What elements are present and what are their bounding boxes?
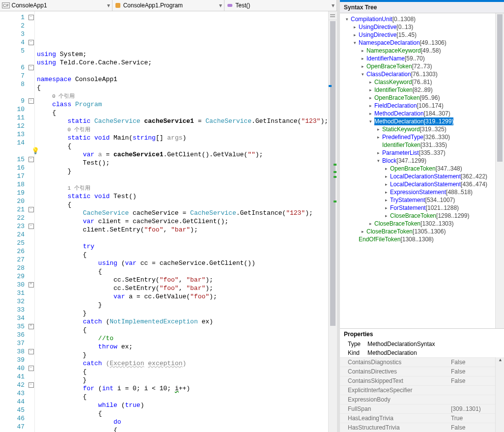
tree-twisty[interactable]: ▸ xyxy=(352,31,359,39)
property-row[interactable]: HasLeadingTriviaTrue xyxy=(340,413,495,423)
property-row[interactable]: FullSpan[309..1301) xyxy=(340,404,495,413)
syntax-tree[interactable]: ▾CompilationUnit [0..1308)▸UsingDirectiv… xyxy=(340,13,495,328)
tree-twisty[interactable]: ▾ xyxy=(352,39,359,47)
code-line[interactable] xyxy=(37,175,328,184)
property-row[interactable]: ExplicitInterfaceSpecifier xyxy=(340,385,495,395)
tree-node[interactable]: ▸UsingDirective [15..45) xyxy=(340,31,495,39)
tree-node[interactable]: ▸OpenBraceToken [95..96) xyxy=(340,94,495,102)
scrollbar-thumb[interactable] xyxy=(330,21,336,326)
code-line[interactable]: { xyxy=(37,251,328,259)
tree-twisty[interactable]: ▸ xyxy=(367,220,374,228)
tree-node[interactable]: ▸ForStatement [1021..1288) xyxy=(340,204,495,212)
tree-node[interactable]: ▾NamespaceDeclaration [49..1306) xyxy=(340,39,495,47)
code-line[interactable]: var a = cc.GetValue("foo"); xyxy=(37,292,328,301)
tree-node[interactable]: ▸FieldDeclaration [106..174) xyxy=(340,102,495,110)
tree-node[interactable]: ▸ParameterList [335..337) xyxy=(340,149,495,157)
tree-node[interactable]: ▾CompilationUnit [0..1308) xyxy=(340,15,495,23)
property-row[interactable]: ExpressionBody xyxy=(340,395,495,404)
code-line[interactable]: static void Main(string[] args) xyxy=(37,134,328,142)
tree-node[interactable]: ▸ClassKeyword [76..81) xyxy=(340,78,495,86)
tree-node[interactable]: ▾Block [347..1299) xyxy=(340,157,495,165)
code-line[interactable]: Test(); xyxy=(37,159,328,167)
tree-node[interactable]: ▸LocalDeclarationStatement [436..474) xyxy=(340,180,495,188)
tree-twisty[interactable]: ▸ xyxy=(360,228,366,235)
tree-twisty[interactable]: ▾ xyxy=(367,117,374,125)
split-icon[interactable] xyxy=(329,11,337,20)
tree-node[interactable]: ▾ClassDeclaration [76..1303) xyxy=(340,70,495,78)
code-line[interactable]: { xyxy=(37,326,328,334)
code-line[interactable]: { xyxy=(37,368,328,376)
props-scrollbar[interactable]: ▲ xyxy=(495,357,504,432)
code-line[interactable]: try xyxy=(37,242,328,251)
code-line[interactable]: cc.SetEntry("foo", "bar"); xyxy=(37,284,328,292)
tree-node[interactable]: ▸MethodDeclaration [184..307) xyxy=(340,110,495,117)
fold-toggle[interactable]: - xyxy=(28,15,34,20)
code-line[interactable]: var client = cacheService.GetClient(); xyxy=(37,217,328,226)
tree-twisty[interactable]: ▸ xyxy=(352,23,359,31)
tree-node[interactable]: ▸CloseBraceToken [1305..1306) xyxy=(340,228,495,235)
tree-node[interactable]: ▸StaticKeyword [319..325) xyxy=(340,125,495,133)
code-line[interactable]: var a = cacheService1.GetClient().GetVal… xyxy=(37,150,328,159)
tree-twisty[interactable]: ▸ xyxy=(367,86,374,94)
tree-twisty[interactable]: ▸ xyxy=(360,55,366,62)
tree-twisty[interactable]: ▾ xyxy=(344,15,351,23)
code-line[interactable]: { xyxy=(37,426,328,432)
code-line[interactable]: using Teld.Core.Cache.Service; xyxy=(37,58,328,67)
code-line[interactable]: throw ex; xyxy=(37,343,328,351)
code-line[interactable]: namespace ConsoleApp1 xyxy=(37,75,328,84)
tree-twisty[interactable]: ▸ xyxy=(383,180,390,188)
code-line[interactable]: } xyxy=(37,376,328,384)
code-line[interactable]: { xyxy=(37,267,328,276)
code-line[interactable]: } xyxy=(37,301,328,309)
code-line[interactable]: do xyxy=(37,418,328,426)
code-line[interactable] xyxy=(37,234,328,242)
tree-node[interactable]: ▸TryStatement [534..1007) xyxy=(340,196,495,204)
code-line[interactable]: catch (Exception exception) xyxy=(37,359,328,368)
code-line[interactable]: { xyxy=(37,109,328,117)
tree-twisty[interactable]: ▾ xyxy=(360,70,366,78)
fold-toggle[interactable]: - xyxy=(28,98,34,104)
tree-node[interactable]: ▸CloseBraceToken [1302..1303) xyxy=(340,220,495,228)
code-line[interactable]: 0 个引用 xyxy=(37,92,328,100)
tree-twisty[interactable]: ▸ xyxy=(375,133,382,141)
code-line[interactable]: { xyxy=(37,84,328,92)
tree-twisty[interactable]: ▸ xyxy=(360,47,366,55)
code-line[interactable]: client.SetEntry("foo", "bar"); xyxy=(37,226,328,234)
tree-node[interactable]: ▸OpenBraceToken [347..348) xyxy=(340,165,495,173)
tree-node[interactable]: ▸OpenBraceToken [72..73) xyxy=(340,62,495,70)
tree-twisty[interactable]: ▸ xyxy=(383,196,390,204)
code-line[interactable]: } xyxy=(37,167,328,175)
property-row[interactable]: ContainsSkippedTextFalse xyxy=(340,376,495,385)
fold-toggle[interactable]: - xyxy=(28,207,34,212)
fold-toggle[interactable]: - xyxy=(28,382,34,388)
tree-node[interactable]: ▸IdentifierToken [82..89) xyxy=(340,86,495,94)
code-line[interactable]: cc.SetEntry("foo", "bar"); xyxy=(37,276,328,284)
tree-node[interactable]: ▸CloseBraceToken [1298..1299) xyxy=(340,212,495,220)
tree-node[interactable]: ▸IdentifierName [59..70) xyxy=(340,55,495,62)
tree-node[interactable]: ▸UsingDirective [0..13) xyxy=(340,23,495,31)
tree-twisty[interactable]: ▸ xyxy=(367,102,374,110)
code-line[interactable] xyxy=(37,67,328,75)
code-line[interactable]: { xyxy=(37,142,328,150)
tree-node[interactable]: ▸LocalDeclarationStatement [362..422) xyxy=(340,173,495,180)
tree-node[interactable]: ▸ExpressionStatement [488..518) xyxy=(340,188,495,196)
scrollbar-thumb[interactable] xyxy=(497,14,503,162)
property-row[interactable]: HasStructuredTriviaFalse xyxy=(340,423,495,432)
property-row[interactable]: ContainsDirectivesFalse xyxy=(340,367,495,376)
tree-twisty[interactable]: ▸ xyxy=(367,78,374,86)
property-row[interactable]: ContainsDiagnosticsFalse xyxy=(340,357,495,367)
fold-toggle[interactable]: - xyxy=(28,349,34,354)
tree-twisty[interactable]: ▸ xyxy=(367,94,374,102)
method-dropdown[interactable]: Test() ▾ xyxy=(224,0,337,11)
code-area[interactable]: 💡 using System;using Teld.Core.Cache.Ser… xyxy=(35,11,328,432)
tree-twisty[interactable]: ▸ xyxy=(375,125,382,133)
fold-toggle[interactable]: - xyxy=(28,224,34,229)
project-dropdown[interactable]: C# ConsoleApp1 ▾ xyxy=(0,0,112,11)
code-line[interactable]: class Program xyxy=(37,100,328,109)
code-line[interactable]: static void Test() xyxy=(37,192,328,201)
fold-toggle[interactable]: + xyxy=(28,324,34,329)
fold-toggle[interactable]: - xyxy=(28,65,34,70)
code-line[interactable]: catch (NotImplementedException ex) xyxy=(37,317,328,326)
tree-twisty[interactable]: ▸ xyxy=(375,149,382,157)
code-line[interactable]: static CacheService cacheService1 = Cach… xyxy=(37,117,328,125)
